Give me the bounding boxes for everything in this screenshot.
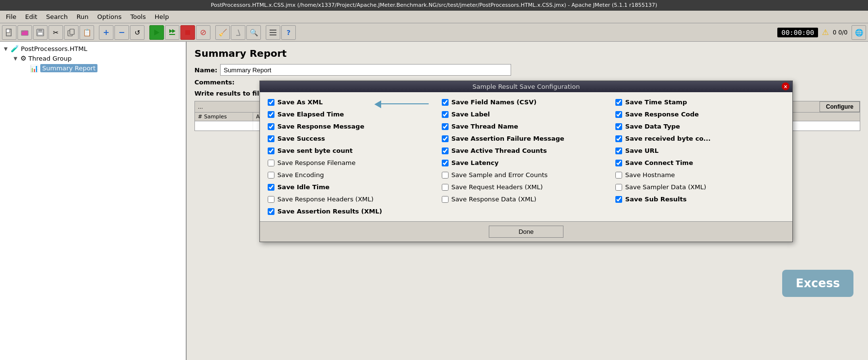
cb-empty-col1 — [442, 206, 611, 216]
cb-save-as-xml-input[interactable] — [268, 99, 274, 106]
cb-save-elapsed-input[interactable] — [268, 111, 274, 118]
cb-save-resp-data: Save Response Data (XML) — [442, 194, 611, 204]
tree-label-root: PostProcessors.HTML — [21, 45, 87, 52]
menu-options[interactable]: Options — [94, 12, 126, 21]
tree-children: ▼ ⚙ Thread Group 📊 Summary Report — [14, 53, 184, 73]
tree-node-root[interactable]: ▼ 🧪 PostProcessors.HTML — [4, 44, 184, 53]
modal-overlay: Sample Result Save Configuration × — [187, 42, 868, 360]
tb-search[interactable]: 🔍 — [246, 25, 261, 40]
cb-save-datatype-label: Save Data Type — [625, 123, 680, 130]
error-count: 0 0/0 — [833, 29, 848, 36]
menu-run[interactable]: Run — [73, 12, 93, 21]
cb-save-resp-headers-input[interactable] — [268, 196, 274, 203]
tb-help[interactable]: ? — [281, 25, 296, 40]
modal-dialog: Sample Result Save Configuration × — [259, 81, 793, 242]
svg-rect-15 — [270, 34, 276, 35]
cb-save-label-label: Save Label — [451, 111, 490, 118]
cb-save-active-threads-input[interactable] — [442, 147, 449, 154]
cb-save-sent-bytes-input[interactable] — [268, 147, 274, 154]
tb-save[interactable] — [33, 25, 48, 40]
menu-search[interactable]: Search — [42, 12, 72, 21]
tb-globe[interactable]: 🌐 — [852, 25, 866, 40]
cb-save-timestamp-label: Save Time Stamp — [625, 98, 687, 106]
cb-save-req-headers-input[interactable] — [442, 184, 449, 191]
menu-help[interactable]: Help — [151, 12, 173, 21]
tb-run[interactable] — [149, 25, 164, 40]
cb-save-idle-time: Save Idle Time — [268, 182, 437, 192]
main-layout: ▼ 🧪 PostProcessors.HTML ▼ ⚙ Thread Group… — [0, 42, 868, 360]
svg-marker-10 — [172, 29, 176, 33]
cb-save-resp-filename: Save Response Filename — [268, 158, 437, 168]
tb-broom2[interactable] — [231, 25, 245, 40]
warning-icon: ⚠ — [822, 28, 829, 37]
done-button[interactable]: Done — [489, 226, 563, 238]
tb-paste[interactable]: 📋 — [80, 25, 94, 40]
cb-save-field-names-input[interactable] — [442, 99, 449, 106]
cb-save-recv-bytes: Save received byte co... — [615, 133, 785, 144]
svg-rect-4 — [38, 29, 42, 32]
cb-save-sub-results-input[interactable] — [615, 196, 622, 203]
tree-expand-root[interactable]: ▼ — [4, 46, 9, 51]
tb-broom[interactable]: 🧹 — [215, 25, 230, 40]
left-panel: ▼ 🧪 PostProcessors.HTML ▼ ⚙ Thread Group… — [0, 42, 187, 360]
tb-shutdown[interactable]: ⊘ — [196, 25, 210, 40]
cb-save-assertion-results-input[interactable] — [268, 208, 274, 215]
tb-open[interactable] — [17, 25, 32, 40]
cb-save-assertion-results-label: Save Assertion Results (XML) — [277, 208, 382, 215]
tb-run-all[interactable] — [165, 25, 179, 40]
cb-save-sample-error-input[interactable] — [442, 172, 449, 179]
cb-save-latency: Save Latency — [442, 158, 611, 168]
cb-save-timestamp-input[interactable] — [615, 99, 622, 106]
cb-save-thread-name: Save Thread Name — [442, 121, 611, 131]
tb-copy[interactable] — [64, 25, 79, 40]
tree-label-report: Summary Report — [40, 64, 97, 72]
cb-save-resp-filename-input[interactable] — [268, 160, 274, 166]
tb-toggle[interactable]: ↺ — [130, 25, 145, 40]
cb-save-sample-error-label: Save Sample and Error Counts — [451, 171, 548, 179]
tree-node-thread[interactable]: ▼ ⚙ Thread Group — [14, 53, 184, 63]
cb-save-elapsed-label: Save Elapsed Time — [277, 111, 344, 118]
modal-close-button[interactable]: × — [782, 82, 789, 90]
cb-save-url-input[interactable] — [615, 147, 622, 154]
modal-body: Save As XML Save Field Names (CSV) Save … — [260, 92, 792, 221]
cb-save-datatype-input[interactable] — [615, 123, 622, 130]
cb-save-connect-time-input[interactable] — [615, 160, 622, 166]
cb-save-success-input[interactable] — [268, 135, 274, 142]
cb-save-idle-time-input[interactable] — [268, 184, 274, 191]
tree-expand-thread[interactable]: ▼ — [14, 56, 18, 61]
cb-save-resp-msg-input[interactable] — [268, 123, 274, 130]
cb-save-req-headers-label: Save Request Headers (XML) — [451, 183, 543, 191]
cb-save-respcode-input[interactable] — [615, 111, 622, 118]
cb-save-respcode-label: Save Response Code — [625, 111, 699, 118]
close-icon: × — [784, 84, 788, 89]
cb-save-assertion-fail-label: Save Assertion Failure Message — [451, 135, 564, 142]
cb-save-resp-headers-label: Save Response Headers (XML) — [277, 196, 373, 203]
cb-save-encoding-input[interactable] — [268, 172, 274, 179]
cb-save-recv-bytes-input[interactable] — [615, 135, 622, 142]
cb-save-latency-input[interactable] — [442, 160, 449, 166]
svg-rect-14 — [270, 32, 276, 33]
tb-expand[interactable]: + — [99, 25, 113, 40]
cb-save-resp-filename-label: Save Response Filename — [277, 159, 355, 166]
thread-group-icon: ⚙ — [20, 54, 27, 62]
tb-collapse[interactable]: − — [114, 25, 129, 40]
cb-save-sampler-data-label: Save Sampler Data (XML) — [625, 183, 706, 191]
cb-save-resp-data-label: Save Response Data (XML) — [451, 196, 536, 203]
menu-edit[interactable]: Edit — [21, 12, 41, 21]
menu-file[interactable]: File — [2, 12, 20, 21]
cb-save-label-input[interactable] — [442, 111, 449, 118]
menu-tools[interactable]: Tools — [127, 12, 150, 21]
cb-save-thread-name-input[interactable] — [442, 123, 449, 130]
tree-node-report[interactable]: 📊 Summary Report — [23, 63, 184, 73]
tb-stop[interactable] — [180, 25, 195, 40]
cb-save-hostname-input[interactable] — [615, 172, 622, 179]
tb-list[interactable] — [266, 25, 280, 40]
modal-titlebar: Sample Result Save Configuration × — [260, 81, 792, 92]
cb-save-resp-data-input[interactable] — [442, 196, 449, 203]
cb-save-latency-label: Save Latency — [451, 159, 498, 166]
tb-new[interactable] — [2, 25, 16, 40]
excess-badge: Excess — [782, 270, 853, 297]
cb-save-assertion-fail-input[interactable] — [442, 135, 449, 142]
cb-save-sampler-data-input[interactable] — [615, 184, 622, 191]
tb-cut[interactable]: ✂ — [48, 25, 63, 40]
